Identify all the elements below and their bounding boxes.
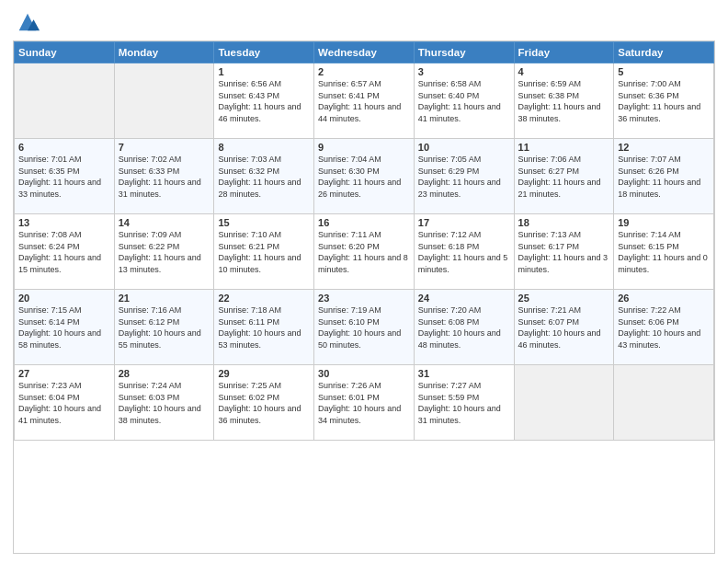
calendar-week-row: 13Sunrise: 7:08 AM Sunset: 6:24 PM Dayli…	[15, 214, 714, 290]
calendar-cell: 29Sunrise: 7:25 AM Sunset: 6:02 PM Dayli…	[214, 365, 314, 441]
calendar-cell: 1Sunrise: 6:56 AM Sunset: 6:43 PM Daylig…	[214, 63, 314, 139]
calendar-header-cell: Thursday	[414, 42, 514, 63]
day-info: Sunrise: 6:57 AM Sunset: 6:41 PM Dayligh…	[318, 78, 410, 124]
day-info: Sunrise: 6:59 AM Sunset: 6:38 PM Dayligh…	[518, 78, 610, 124]
calendar-cell: 9Sunrise: 7:04 AM Sunset: 6:30 PM Daylig…	[314, 139, 415, 214]
day-info: Sunrise: 7:25 AM Sunset: 6:02 PM Dayligh…	[218, 380, 310, 426]
day-number: 26	[618, 293, 710, 304]
day-info: Sunrise: 7:24 AM Sunset: 6:03 PM Dayligh…	[119, 380, 210, 426]
day-number: 25	[518, 293, 610, 304]
calendar-week-row: 20Sunrise: 7:15 AM Sunset: 6:14 PM Dayli…	[15, 290, 714, 365]
logo-icon	[15, 9, 40, 35]
calendar-cell: 10Sunrise: 7:05 AM Sunset: 6:29 PM Dayli…	[414, 139, 514, 214]
day-info: Sunrise: 7:22 AM Sunset: 6:06 PM Dayligh…	[618, 304, 710, 350]
day-number: 27	[18, 368, 110, 379]
calendar-cell: 3Sunrise: 6:58 AM Sunset: 6:40 PM Daylig…	[414, 63, 514, 139]
calendar-cell: 5Sunrise: 7:00 AM Sunset: 6:36 PM Daylig…	[614, 63, 714, 139]
day-info: Sunrise: 7:04 AM Sunset: 6:30 PM Dayligh…	[318, 154, 410, 200]
day-info: Sunrise: 7:07 AM Sunset: 6:26 PM Dayligh…	[618, 154, 710, 200]
calendar-header-row: SundayMondayTuesdayWednesdayThursdayFrid…	[15, 42, 714, 63]
day-number: 30	[318, 368, 410, 379]
calendar-cell: 22Sunrise: 7:18 AM Sunset: 6:11 PM Dayli…	[214, 290, 314, 365]
calendar-header-cell: Saturday	[614, 42, 714, 63]
logo	[13, 9, 40, 35]
day-info: Sunrise: 7:15 AM Sunset: 6:14 PM Dayligh…	[18, 304, 110, 350]
calendar-cell: 24Sunrise: 7:20 AM Sunset: 6:08 PM Dayli…	[414, 290, 514, 365]
day-number: 29	[218, 368, 310, 379]
calendar-cell: 15Sunrise: 7:10 AM Sunset: 6:21 PM Dayli…	[214, 214, 314, 290]
calendar-cell: 16Sunrise: 7:11 AM Sunset: 6:20 PM Dayli…	[314, 214, 415, 290]
calendar-cell: 18Sunrise: 7:13 AM Sunset: 6:17 PM Dayli…	[514, 214, 614, 290]
calendar-cell: 4Sunrise: 6:59 AM Sunset: 6:38 PM Daylig…	[514, 63, 614, 139]
day-number: 21	[119, 293, 210, 304]
day-number: 2	[318, 66, 410, 77]
calendar-header-cell: Monday	[114, 42, 214, 63]
day-info: Sunrise: 7:26 AM Sunset: 6:01 PM Dayligh…	[318, 380, 410, 426]
day-info: Sunrise: 7:23 AM Sunset: 6:04 PM Dayligh…	[18, 380, 110, 426]
day-number: 31	[418, 368, 510, 379]
day-info: Sunrise: 7:27 AM Sunset: 5:59 PM Dayligh…	[418, 380, 510, 426]
calendar-header-cell: Wednesday	[314, 42, 415, 63]
day-number: 3	[418, 66, 510, 77]
day-info: Sunrise: 7:18 AM Sunset: 6:11 PM Dayligh…	[218, 304, 310, 350]
calendar-header-cell: Friday	[514, 42, 614, 63]
day-info: Sunrise: 7:02 AM Sunset: 6:33 PM Dayligh…	[119, 154, 210, 200]
day-number: 15	[218, 217, 310, 228]
day-info: Sunrise: 7:20 AM Sunset: 6:08 PM Dayligh…	[418, 304, 510, 350]
day-info: Sunrise: 7:12 AM Sunset: 6:18 PM Dayligh…	[418, 229, 510, 275]
day-number: 6	[18, 142, 110, 153]
calendar-cell: 20Sunrise: 7:15 AM Sunset: 6:14 PM Dayli…	[15, 290, 115, 365]
calendar-header-cell: Sunday	[15, 42, 115, 63]
day-info: Sunrise: 7:19 AM Sunset: 6:10 PM Dayligh…	[318, 304, 410, 350]
day-info: Sunrise: 7:03 AM Sunset: 6:32 PM Dayligh…	[218, 154, 310, 200]
day-info: Sunrise: 7:09 AM Sunset: 6:22 PM Dayligh…	[119, 229, 210, 275]
day-number: 20	[18, 293, 110, 304]
day-info: Sunrise: 7:21 AM Sunset: 6:07 PM Dayligh…	[518, 304, 610, 350]
day-number: 8	[218, 142, 310, 153]
calendar-week-row: 27Sunrise: 7:23 AM Sunset: 6:04 PM Dayli…	[15, 365, 714, 441]
day-number: 18	[518, 217, 610, 228]
day-number: 4	[518, 66, 610, 77]
calendar-cell: 21Sunrise: 7:16 AM Sunset: 6:12 PM Dayli…	[114, 290, 214, 365]
calendar-cell: 30Sunrise: 7:26 AM Sunset: 6:01 PM Dayli…	[314, 365, 415, 441]
day-info: Sunrise: 6:56 AM Sunset: 6:43 PM Dayligh…	[218, 78, 310, 124]
calendar-cell: 23Sunrise: 7:19 AM Sunset: 6:10 PM Dayli…	[314, 290, 415, 365]
day-number: 19	[618, 217, 710, 228]
calendar-cell: 27Sunrise: 7:23 AM Sunset: 6:04 PM Dayli…	[15, 365, 115, 441]
calendar: SundayMondayTuesdayWednesdayThursdayFrid…	[13, 40, 715, 554]
calendar-week-row: 1Sunrise: 6:56 AM Sunset: 6:43 PM Daylig…	[15, 63, 714, 139]
day-info: Sunrise: 7:08 AM Sunset: 6:24 PM Dayligh…	[18, 229, 110, 275]
logo-text	[13, 9, 40, 35]
day-info: Sunrise: 7:16 AM Sunset: 6:12 PM Dayligh…	[119, 304, 210, 350]
calendar-cell: 7Sunrise: 7:02 AM Sunset: 6:33 PM Daylig…	[114, 139, 214, 214]
calendar-cell: 28Sunrise: 7:24 AM Sunset: 6:03 PM Dayli…	[114, 365, 214, 441]
day-number: 23	[318, 293, 410, 304]
day-number: 16	[318, 217, 410, 228]
day-info: Sunrise: 6:58 AM Sunset: 6:40 PM Dayligh…	[418, 78, 510, 124]
day-number: 5	[618, 66, 710, 77]
calendar-cell: 8Sunrise: 7:03 AM Sunset: 6:32 PM Daylig…	[214, 139, 314, 214]
day-number: 28	[119, 368, 210, 379]
day-number: 1	[218, 66, 310, 77]
day-info: Sunrise: 7:10 AM Sunset: 6:21 PM Dayligh…	[218, 229, 310, 275]
day-number: 13	[18, 217, 110, 228]
day-info: Sunrise: 7:05 AM Sunset: 6:29 PM Dayligh…	[418, 154, 510, 200]
calendar-cell: 2Sunrise: 6:57 AM Sunset: 6:41 PM Daylig…	[314, 63, 415, 139]
day-number: 22	[218, 293, 310, 304]
calendar-header-cell: Tuesday	[214, 42, 314, 63]
day-info: Sunrise: 7:14 AM Sunset: 6:15 PM Dayligh…	[618, 229, 710, 275]
day-info: Sunrise: 7:13 AM Sunset: 6:17 PM Dayligh…	[518, 229, 610, 275]
calendar-cell: 13Sunrise: 7:08 AM Sunset: 6:24 PM Dayli…	[15, 214, 115, 290]
calendar-cell: 17Sunrise: 7:12 AM Sunset: 6:18 PM Dayli…	[414, 214, 514, 290]
page: SundayMondayTuesdayWednesdayThursdayFrid…	[0, 0, 728, 563]
calendar-cell	[114, 63, 214, 139]
calendar-cell	[15, 63, 115, 139]
day-number: 12	[618, 142, 710, 153]
day-number: 11	[518, 142, 610, 153]
calendar-cell: 26Sunrise: 7:22 AM Sunset: 6:06 PM Dayli…	[614, 290, 714, 365]
calendar-cell: 14Sunrise: 7:09 AM Sunset: 6:22 PM Dayli…	[114, 214, 214, 290]
day-number: 24	[418, 293, 510, 304]
day-info: Sunrise: 7:00 AM Sunset: 6:36 PM Dayligh…	[618, 78, 710, 124]
calendar-cell: 6Sunrise: 7:01 AM Sunset: 6:35 PM Daylig…	[15, 139, 115, 214]
calendar-cell	[614, 365, 714, 441]
